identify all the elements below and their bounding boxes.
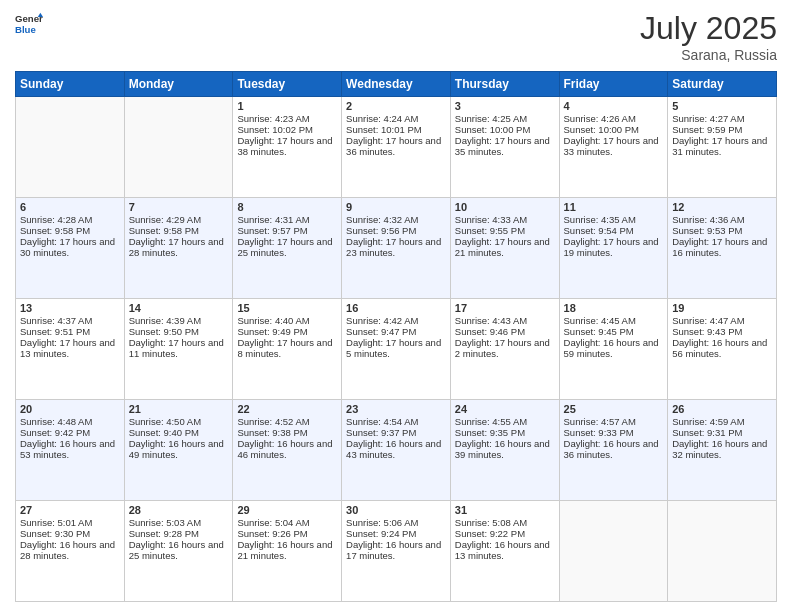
day-info: Daylight: 17 hours and 11 minutes.: [129, 337, 229, 359]
day-info: Daylight: 17 hours and 30 minutes.: [20, 236, 120, 258]
day-info: Sunset: 10:02 PM: [237, 124, 337, 135]
day-number: 1: [237, 100, 337, 112]
calendar-cell: 10Sunrise: 4:33 AMSunset: 9:55 PMDayligh…: [450, 198, 559, 299]
day-number: 6: [20, 201, 120, 213]
calendar-cell: 23Sunrise: 4:54 AMSunset: 9:37 PMDayligh…: [342, 400, 451, 501]
day-info: Sunrise: 4:35 AM: [564, 214, 664, 225]
calendar-week-row: 6Sunrise: 4:28 AMSunset: 9:58 PMDaylight…: [16, 198, 777, 299]
col-header-wednesday: Wednesday: [342, 72, 451, 97]
day-info: Daylight: 17 hours and 5 minutes.: [346, 337, 446, 359]
day-info: Sunrise: 4:24 AM: [346, 113, 446, 124]
calendar-cell: 15Sunrise: 4:40 AMSunset: 9:49 PMDayligh…: [233, 299, 342, 400]
day-info: Daylight: 17 hours and 21 minutes.: [455, 236, 555, 258]
day-info: Sunset: 9:40 PM: [129, 427, 229, 438]
day-info: Sunset: 9:30 PM: [20, 528, 120, 539]
day-info: Daylight: 17 hours and 33 minutes.: [564, 135, 664, 157]
day-number: 22: [237, 403, 337, 415]
day-info: Sunset: 9:31 PM: [672, 427, 772, 438]
day-info: Sunset: 9:33 PM: [564, 427, 664, 438]
day-number: 30: [346, 504, 446, 516]
day-info: Sunrise: 4:37 AM: [20, 315, 120, 326]
calendar-cell: 28Sunrise: 5:03 AMSunset: 9:28 PMDayligh…: [124, 501, 233, 602]
day-info: Daylight: 17 hours and 16 minutes.: [672, 236, 772, 258]
calendar-cell: [16, 97, 125, 198]
day-info: Sunset: 9:54 PM: [564, 225, 664, 236]
day-info: Sunrise: 4:40 AM: [237, 315, 337, 326]
day-info: Sunset: 9:58 PM: [129, 225, 229, 236]
day-number: 14: [129, 302, 229, 314]
day-info: Daylight: 16 hours and 32 minutes.: [672, 438, 772, 460]
day-info: Sunrise: 4:26 AM: [564, 113, 664, 124]
calendar-cell: [559, 501, 668, 602]
day-info: Sunrise: 4:45 AM: [564, 315, 664, 326]
day-info: Sunset: 9:47 PM: [346, 326, 446, 337]
header: General Blue July 2025 Sarana, Russia: [15, 10, 777, 63]
day-number: 8: [237, 201, 337, 213]
day-info: Sunset: 9:49 PM: [237, 326, 337, 337]
calendar-cell: 4Sunrise: 4:26 AMSunset: 10:00 PMDayligh…: [559, 97, 668, 198]
day-info: Daylight: 17 hours and 35 minutes.: [455, 135, 555, 157]
calendar-cell: 12Sunrise: 4:36 AMSunset: 9:53 PMDayligh…: [668, 198, 777, 299]
day-info: Sunrise: 4:33 AM: [455, 214, 555, 225]
day-info: Sunset: 10:00 PM: [455, 124, 555, 135]
day-info: Sunset: 10:01 PM: [346, 124, 446, 135]
day-number: 25: [564, 403, 664, 415]
calendar-cell: 24Sunrise: 4:55 AMSunset: 9:35 PMDayligh…: [450, 400, 559, 501]
day-info: Daylight: 17 hours and 28 minutes.: [129, 236, 229, 258]
day-info: Sunset: 9:38 PM: [237, 427, 337, 438]
calendar-week-row: 13Sunrise: 4:37 AMSunset: 9:51 PMDayligh…: [16, 299, 777, 400]
day-info: Sunset: 9:22 PM: [455, 528, 555, 539]
calendar-cell: 6Sunrise: 4:28 AMSunset: 9:58 PMDaylight…: [16, 198, 125, 299]
calendar-cell: 13Sunrise: 4:37 AMSunset: 9:51 PMDayligh…: [16, 299, 125, 400]
logo: General Blue: [15, 10, 43, 38]
day-info: Sunrise: 4:43 AM: [455, 315, 555, 326]
day-info: Daylight: 16 hours and 13 minutes.: [455, 539, 555, 561]
calendar-cell: 22Sunrise: 4:52 AMSunset: 9:38 PMDayligh…: [233, 400, 342, 501]
day-info: Sunrise: 4:29 AM: [129, 214, 229, 225]
day-info: Sunrise: 4:23 AM: [237, 113, 337, 124]
day-info: Sunrise: 4:27 AM: [672, 113, 772, 124]
day-number: 3: [455, 100, 555, 112]
calendar-cell: 27Sunrise: 5:01 AMSunset: 9:30 PMDayligh…: [16, 501, 125, 602]
calendar-cell: 3Sunrise: 4:25 AMSunset: 10:00 PMDayligh…: [450, 97, 559, 198]
day-info: Sunrise: 5:01 AM: [20, 517, 120, 528]
title-block: July 2025 Sarana, Russia: [640, 10, 777, 63]
calendar-cell: 9Sunrise: 4:32 AMSunset: 9:56 PMDaylight…: [342, 198, 451, 299]
day-number: 29: [237, 504, 337, 516]
day-info: Daylight: 17 hours and 19 minutes.: [564, 236, 664, 258]
day-info: Sunset: 9:58 PM: [20, 225, 120, 236]
day-info: Sunset: 9:43 PM: [672, 326, 772, 337]
calendar-cell: 2Sunrise: 4:24 AMSunset: 10:01 PMDayligh…: [342, 97, 451, 198]
day-info: Sunset: 10:00 PM: [564, 124, 664, 135]
day-info: Sunrise: 4:54 AM: [346, 416, 446, 427]
day-info: Daylight: 16 hours and 17 minutes.: [346, 539, 446, 561]
day-number: 17: [455, 302, 555, 314]
month-year: July 2025: [640, 10, 777, 47]
day-number: 31: [455, 504, 555, 516]
calendar-cell: 17Sunrise: 4:43 AMSunset: 9:46 PMDayligh…: [450, 299, 559, 400]
calendar-header-row: SundayMondayTuesdayWednesdayThursdayFrid…: [16, 72, 777, 97]
day-info: Sunrise: 4:31 AM: [237, 214, 337, 225]
calendar-cell: 5Sunrise: 4:27 AMSunset: 9:59 PMDaylight…: [668, 97, 777, 198]
day-info: Sunrise: 4:50 AM: [129, 416, 229, 427]
day-number: 12: [672, 201, 772, 213]
day-info: Sunset: 9:26 PM: [237, 528, 337, 539]
col-header-monday: Monday: [124, 72, 233, 97]
day-number: 7: [129, 201, 229, 213]
calendar-table: SundayMondayTuesdayWednesdayThursdayFrid…: [15, 71, 777, 602]
day-info: Sunset: 9:55 PM: [455, 225, 555, 236]
calendar-cell: 29Sunrise: 5:04 AMSunset: 9:26 PMDayligh…: [233, 501, 342, 602]
calendar-cell: 21Sunrise: 4:50 AMSunset: 9:40 PMDayligh…: [124, 400, 233, 501]
day-number: 2: [346, 100, 446, 112]
day-info: Sunset: 9:24 PM: [346, 528, 446, 539]
calendar-cell: [124, 97, 233, 198]
day-info: Sunset: 9:35 PM: [455, 427, 555, 438]
day-info: Sunrise: 5:06 AM: [346, 517, 446, 528]
day-info: Sunrise: 4:57 AM: [564, 416, 664, 427]
calendar-cell: 16Sunrise: 4:42 AMSunset: 9:47 PMDayligh…: [342, 299, 451, 400]
day-info: Daylight: 16 hours and 46 minutes.: [237, 438, 337, 460]
day-info: Daylight: 16 hours and 56 minutes.: [672, 337, 772, 359]
day-info: Sunset: 9:37 PM: [346, 427, 446, 438]
day-info: Daylight: 16 hours and 49 minutes.: [129, 438, 229, 460]
day-info: Sunset: 9:45 PM: [564, 326, 664, 337]
